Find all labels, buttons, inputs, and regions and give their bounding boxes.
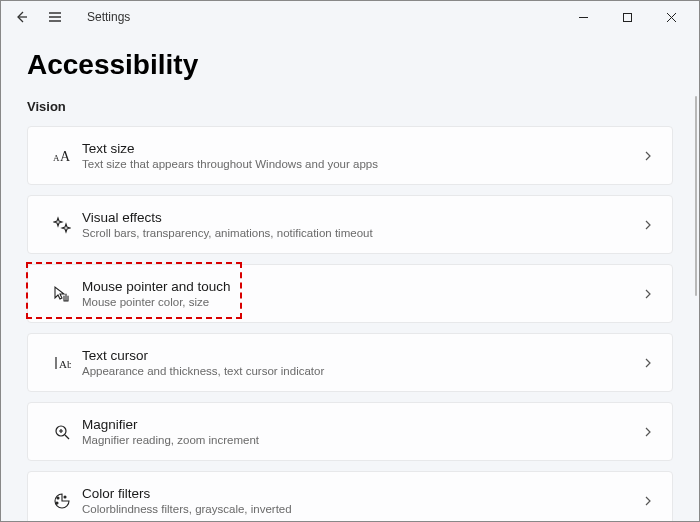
- setting-text-cursor[interactable]: Ab Text cursor Appearance and thickness,…: [27, 333, 673, 392]
- hamburger-icon: [47, 9, 63, 25]
- text-slot: Text size Text size that appears through…: [82, 141, 640, 170]
- text-slot: Text cursor Appearance and thickness, te…: [82, 348, 640, 377]
- item-subtitle: Appearance and thickness, text cursor in…: [82, 365, 640, 377]
- window-controls: [561, 2, 693, 32]
- text-slot: Color filters Colorblindness filters, gr…: [82, 486, 640, 515]
- chevron-right-icon: [640, 220, 656, 230]
- titlebar: Settings: [1, 1, 699, 33]
- chevron-right-icon: [640, 496, 656, 506]
- item-subtitle: Mouse pointer color, size: [82, 296, 640, 308]
- close-button[interactable]: [649, 2, 693, 32]
- chevron-right-icon: [640, 289, 656, 299]
- setting-visual-effects[interactable]: Visual effects Scroll bars, transparency…: [27, 195, 673, 254]
- maximize-icon: [622, 12, 633, 23]
- setting-color-filters[interactable]: Color filters Colorblindness filters, gr…: [27, 471, 673, 521]
- back-button[interactable]: [11, 7, 31, 27]
- close-icon: [666, 12, 677, 23]
- app-name: Settings: [87, 10, 130, 24]
- svg-rect-0: [623, 13, 631, 21]
- chevron-right-icon: [640, 151, 656, 161]
- text-slot: Mouse pointer and touch Mouse pointer co…: [82, 279, 640, 308]
- svg-text:A: A: [60, 149, 71, 164]
- text-size-icon: AA: [42, 146, 82, 166]
- text-cursor-icon: Ab: [42, 354, 82, 372]
- scrollbar[interactable]: [695, 96, 697, 296]
- item-subtitle: Magnifier reading, zoom increment: [82, 434, 640, 446]
- setting-text-size[interactable]: AA Text size Text size that appears thro…: [27, 126, 673, 185]
- item-title: Text cursor: [82, 348, 640, 363]
- setting-magnifier[interactable]: Magnifier Magnifier reading, zoom increm…: [27, 402, 673, 461]
- page-title: Accessibility: [27, 49, 673, 81]
- item-subtitle: Colorblindness filters, grayscale, inver…: [82, 503, 640, 515]
- chevron-right-icon: [640, 427, 656, 437]
- mouse-pointer-icon: [42, 284, 82, 304]
- chevron-right-icon: [640, 358, 656, 368]
- item-title: Color filters: [82, 486, 640, 501]
- text-slot: Magnifier Magnifier reading, zoom increm…: [82, 417, 640, 446]
- svg-point-6: [57, 497, 59, 499]
- maximize-button[interactable]: [605, 2, 649, 32]
- item-subtitle: Text size that appears throughout Window…: [82, 158, 640, 170]
- titlebar-left: Settings: [11, 7, 130, 27]
- section-label: Vision: [27, 99, 673, 114]
- svg-point-7: [56, 502, 58, 504]
- item-subtitle: Scroll bars, transparency, animations, n…: [82, 227, 640, 239]
- setting-mouse-pointer-touch[interactable]: Mouse pointer and touch Mouse pointer co…: [27, 264, 673, 323]
- item-title: Mouse pointer and touch: [82, 279, 640, 294]
- item-title: Text size: [82, 141, 640, 156]
- svg-point-5: [64, 496, 66, 498]
- text-slot: Visual effects Scroll bars, transparency…: [82, 210, 640, 239]
- content-area: Accessibility Vision AA Text size Text s…: [1, 33, 699, 521]
- magnifier-icon: [42, 423, 82, 441]
- svg-text:Ab: Ab: [59, 358, 71, 370]
- item-title: Magnifier: [82, 417, 640, 432]
- menu-button[interactable]: [45, 7, 65, 27]
- arrow-left-icon: [13, 9, 29, 25]
- svg-text:A: A: [53, 153, 60, 163]
- color-filters-icon: [42, 491, 82, 511]
- minimize-icon: [578, 12, 589, 23]
- item-title: Visual effects: [82, 210, 640, 225]
- visual-effects-icon: [42, 216, 82, 234]
- minimize-button[interactable]: [561, 2, 605, 32]
